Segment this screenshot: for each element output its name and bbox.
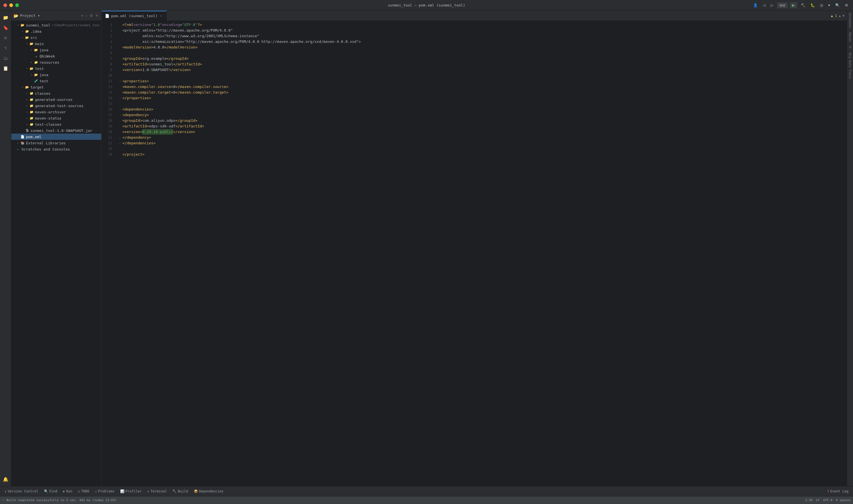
vcs-icon[interactable]: ⌥ bbox=[1, 43, 10, 52]
tree-item-src[interactable]: 📂 src bbox=[11, 34, 101, 41]
tree-label: target bbox=[31, 85, 44, 89]
dependencies-button[interactable]: 📦 Dependencies bbox=[192, 488, 226, 494]
event-log-button[interactable]: 1 Event Log bbox=[825, 488, 851, 494]
debug-button[interactable]: 🐛 bbox=[809, 2, 816, 8]
tree-label: QbiWeek bbox=[39, 54, 55, 58]
scroll-up-icon[interactable]: ▲ bbox=[839, 14, 841, 18]
tree-arrow bbox=[29, 48, 34, 52]
tree-item-test-file[interactable]: 🧪 test bbox=[11, 78, 101, 84]
project-icon[interactable]: 📁 bbox=[1, 13, 10, 22]
tree-item-main[interactable]: 📂 main bbox=[11, 41, 101, 47]
minimize-button[interactable] bbox=[9, 3, 13, 7]
close-panel-icon[interactable]: ✕ bbox=[95, 13, 99, 18]
search-icon[interactable]: 🔍 bbox=[834, 2, 841, 8]
tree-item-target[interactable]: 📂 target bbox=[11, 84, 101, 90]
sidebar-database[interactable]: Database bbox=[848, 11, 852, 30]
tree-item-java-test[interactable]: 📂 java bbox=[11, 72, 101, 78]
job-explorer-icon[interactable]: 📋 bbox=[1, 64, 10, 73]
run-config-selector[interactable]: test bbox=[777, 2, 787, 8]
tree-item-ext-libs[interactable]: 📚 External Libraries bbox=[11, 140, 101, 146]
build-bottom-icon: 🔨 bbox=[172, 489, 177, 493]
version-control-button[interactable]: ↕ Version Control bbox=[2, 488, 41, 494]
tab-pom-xml[interactable]: 📄 pom.xml (sunmei_tool) ✕ bbox=[102, 11, 167, 21]
scroll-down-icon[interactable]: ▼ bbox=[842, 14, 845, 18]
event-log-label: Event Log bbox=[830, 489, 849, 493]
tree-arrow bbox=[16, 141, 20, 145]
tree-item-scratches[interactable]: ✏ Scratches and Consoles bbox=[11, 146, 101, 152]
settings-icon[interactable]: ⚙ bbox=[843, 2, 850, 8]
warnings-indicator[interactable]: ▲ 1 bbox=[831, 14, 837, 18]
notifications-icon[interactable]: 🔔 bbox=[1, 475, 10, 484]
profiler-button[interactable]: 📊 Profiler bbox=[118, 488, 144, 494]
terminal-icon: ▸ bbox=[147, 489, 149, 493]
tree-label: test bbox=[39, 79, 48, 83]
tree-label: .idea bbox=[31, 29, 41, 34]
maximize-button[interactable] bbox=[15, 3, 19, 7]
explorer-icon[interactable]: 🗂 bbox=[1, 54, 10, 62]
run-button[interactable]: ▶ bbox=[790, 2, 797, 8]
indent-info[interactable]: 4 spaces bbox=[836, 498, 851, 502]
tree-item-jar[interactable]: 🗜 sunmei_tool-1.0-SNAPSHOT.jar bbox=[11, 127, 101, 133]
tree-item-pom-xml[interactable]: 📄 pom.xml bbox=[11, 133, 101, 140]
bottom-toolbar: ↕ Version Control 🔍 Find ▶ Run ☑ TODO ⚠ … bbox=[0, 486, 853, 496]
tree-arrow bbox=[29, 60, 34, 65]
tab-label: pom.xml (sunmei_tool) bbox=[111, 14, 157, 18]
tree-label: sunmei_tool-1.0-SNAPSHOT.jar bbox=[31, 128, 92, 133]
forward-icon[interactable]: ▷ bbox=[769, 2, 775, 8]
structure-icon[interactable]: ≡ bbox=[1, 33, 10, 42]
editor-area: 📄 pom.xml (sunmei_tool) ✕ ▲ 1 ▲ ▼ 123456… bbox=[102, 11, 847, 486]
folder-java-icon: 📂 bbox=[34, 48, 38, 52]
user-icon[interactable]: 👤 bbox=[752, 2, 759, 8]
line-numbers: 123456789101112131415161718192021222324 bbox=[102, 21, 116, 486]
close-button[interactable] bbox=[3, 3, 7, 7]
tab-close-button[interactable]: ✕ bbox=[159, 14, 163, 18]
tree-item-java-main[interactable]: 📂 java bbox=[11, 47, 101, 53]
sort-icon[interactable]: ↕ bbox=[85, 13, 88, 18]
todo-icon: ☑ bbox=[78, 489, 80, 493]
tree-item-test[interactable]: 📂 test bbox=[11, 66, 101, 72]
sidebar-maven[interactable]: Maven bbox=[848, 30, 852, 44]
collapse-all-icon[interactable]: ≡ bbox=[81, 13, 84, 18]
find-icon: 🔍 bbox=[44, 489, 48, 493]
bookmark-icon[interactable]: 🔖 bbox=[1, 23, 10, 32]
tree-item-QbiWeek[interactable]: ☕ QbiWeek bbox=[11, 53, 101, 59]
code-content[interactable]: <?xml version="1.0" encoding="UTF-8"?><p… bbox=[116, 21, 847, 486]
tree-arrow bbox=[25, 122, 29, 127]
tree-item-idea[interactable]: 📁 .idea bbox=[11, 28, 101, 34]
tree-item-gen-test-sources[interactable]: 📁 generated-test-sources bbox=[11, 103, 101, 109]
tree-item-maven-status[interactable]: 📁 maven-status bbox=[11, 115, 101, 121]
tree-label: generated-test-sources bbox=[35, 104, 84, 108]
tree-label: src bbox=[31, 36, 37, 40]
encoding[interactable]: UTF-8 bbox=[823, 498, 832, 502]
tree-item-classes[interactable]: 📁 classes bbox=[11, 90, 101, 96]
cursor-position[interactable]: 1:39 bbox=[805, 498, 813, 502]
problems-button[interactable]: ⚠ Problems bbox=[93, 488, 117, 494]
find-button[interactable]: 🔍 Find bbox=[42, 488, 60, 494]
profiler-icon: 📊 bbox=[120, 489, 124, 493]
coverage-button[interactable]: ◎ bbox=[819, 2, 824, 8]
sidebar-d[interactable]: D bbox=[848, 44, 852, 51]
run-bottom-button[interactable]: ▶ Run bbox=[61, 488, 75, 494]
main-layout: 📁 🔖 ≡ ⌥ 🗂 📋 🔔 📂 Project ▾ ≡ ↕ ⚙ ✕ bbox=[0, 11, 853, 486]
build-button-bottom[interactable]: 🔨 Build bbox=[170, 488, 190, 494]
tree-item-maven-archiver[interactable]: 📁 maven-archiver bbox=[11, 109, 101, 115]
tree-label: maven-archiver bbox=[35, 110, 66, 114]
sidebar-big-data[interactable]: Big Data Tools bbox=[848, 51, 852, 81]
tree-item-gen-sources[interactable]: 📁 generated-sources bbox=[11, 96, 101, 103]
terminal-button[interactable]: ▸ Terminal bbox=[145, 488, 169, 494]
back-icon[interactable]: ◁ bbox=[761, 2, 767, 8]
tree-item-sunmei_tool[interactable]: 📂 sunmei_tool ~/IdeaProjects/sunmei_tool bbox=[11, 22, 101, 28]
tree-label: classes bbox=[35, 91, 51, 95]
folder-icon: 📂 bbox=[20, 23, 25, 28]
line-separator[interactable]: LF bbox=[816, 498, 820, 502]
tree-label: resources bbox=[39, 60, 59, 65]
settings-panel-icon[interactable]: ⚙ bbox=[89, 13, 94, 18]
tree-item-resources[interactable]: 📁 resources bbox=[11, 59, 101, 66]
tree-item-test-classes[interactable]: 📁 test-classes bbox=[11, 121, 101, 127]
todo-button[interactable]: ☑ TODO bbox=[75, 488, 91, 494]
folder-icon: 📁 bbox=[29, 97, 34, 102]
build-button[interactable]: 🔨 bbox=[799, 2, 807, 8]
dependencies-label: Dependencies bbox=[199, 489, 224, 493]
more-run-options[interactable]: ▾ bbox=[827, 2, 832, 8]
panel-title[interactable]: Project ▾ bbox=[20, 14, 40, 18]
